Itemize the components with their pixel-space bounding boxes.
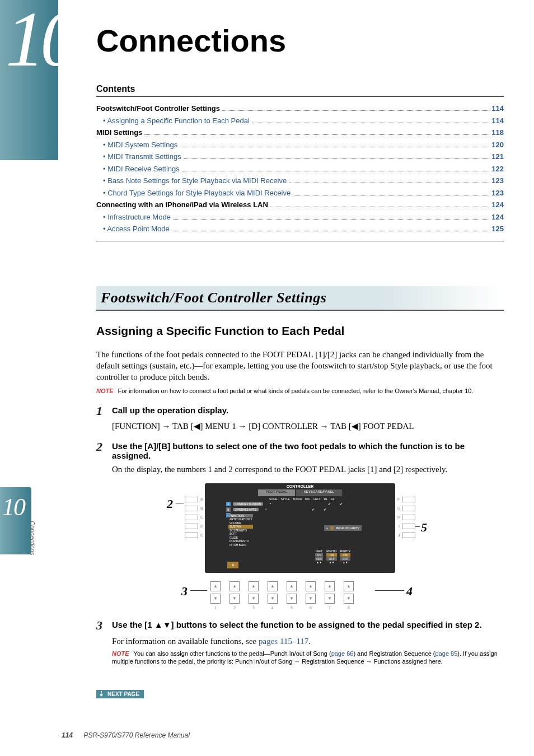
- note-label: NOTE: [112, 650, 129, 657]
- col-r1: R1: [324, 497, 327, 501]
- page-85-link[interactable]: page 85: [435, 650, 458, 657]
- toc-page: 114: [491, 115, 504, 127]
- ext-label-d: D: [200, 524, 203, 528]
- note-pre: You can also assign other functions to t…: [134, 650, 331, 657]
- toc-label: MIDI Settings: [96, 127, 142, 138]
- callout-3-line: [190, 590, 207, 591]
- ext-button-b: [185, 506, 198, 511]
- func-item: PITCH BEND: [228, 543, 253, 547]
- step-number: 3: [96, 619, 112, 632]
- ext-label-j: J: [398, 533, 400, 537]
- button-number: 6: [310, 606, 312, 610]
- column-labels: SONG STYLE M.PAD MIC LEFT R1 R2: [205, 496, 395, 501]
- pedal1-label: 1 PEDAL1:SUSTAIN: [233, 502, 263, 506]
- page-66-link[interactable]: page 66: [331, 650, 354, 657]
- toc-page: 123: [491, 188, 504, 199]
- toc-page: 124: [491, 212, 504, 223]
- diagram-wrapper: A B C D E F G H I J CONTROLLER FOOT PEDA: [96, 483, 504, 610]
- ext-button-f: [402, 497, 415, 502]
- chevron-down-icon: ⇣: [99, 692, 104, 696]
- ext-label-b: B: [200, 506, 203, 510]
- subsection-title: Assigning a Specific Function to Each Pe…: [96, 324, 504, 338]
- toc-label: • Bass Note Settings for Style Playback …: [103, 175, 287, 186]
- down-button: ▼: [268, 594, 278, 604]
- button-column: ▲▼4: [268, 581, 278, 610]
- toc-row[interactable]: Footswitch/Foot Controller Settings114: [96, 102, 504, 115]
- toc-row[interactable]: • Access Point Mode125: [96, 223, 504, 235]
- step-2-sub: On the display, the numbers 1 and 2 corr…: [96, 465, 504, 474]
- chapter-number: 10: [6, 0, 75, 78]
- orange-arrow-strip: ⇅: [227, 562, 238, 568]
- toc-dots: [289, 183, 489, 183]
- toc-row[interactable]: • MIDI System Settings120: [96, 139, 504, 151]
- col-r2: R2: [331, 497, 334, 501]
- chapter-title: Connections: [96, 22, 286, 59]
- page-footer: 114 PSR-S970/S770 Reference Manual: [62, 731, 190, 739]
- side-tab-text: Connections: [29, 521, 36, 555]
- col-song: SONG: [269, 497, 278, 501]
- toc-dots: [173, 219, 489, 220]
- ext-button-j: [402, 533, 415, 538]
- next-page-tag: ⇣ NEXT PAGE: [96, 688, 504, 698]
- callout-5-line: [415, 526, 420, 527]
- toc-row[interactable]: • MIDI Transmit Settings121: [96, 151, 504, 163]
- callout-2-line: [176, 503, 184, 503]
- down-button: ▼: [249, 594, 259, 604]
- down-button: ▼: [306, 594, 316, 604]
- on-label: ON: [340, 553, 350, 557]
- intro-paragraph: The functions of the foot pedals connect…: [96, 349, 504, 383]
- func-item: ARTICULATION 2: [228, 517, 253, 521]
- toc-row[interactable]: • Chord Type Settings for Style Playback…: [96, 187, 504, 199]
- ext-label-a: A: [200, 497, 203, 501]
- toc-page: 121: [491, 151, 504, 162]
- tab-keyboard-panel: KEYBOARD/PANEL: [296, 489, 342, 496]
- button-column: ▲▼8: [344, 581, 354, 610]
- step-3-sub-post: .: [308, 637, 311, 646]
- step-3: 3 Use the [1 ▲▼] buttons to select the f…: [96, 619, 504, 632]
- controller-diagram: A B C D E F G H I J CONTROLLER FOOT PEDA: [182, 483, 418, 610]
- footer-ref: PSR-S970/S770 Reference Manual: [83, 731, 189, 739]
- down-button: ▼: [287, 594, 297, 604]
- ext-label-g: G: [397, 506, 400, 510]
- button-column: ▲▼2: [229, 581, 240, 610]
- toc-row[interactable]: MIDI Settings118: [96, 127, 504, 139]
- ext-button-g: [402, 506, 415, 511]
- kb-b: B: [226, 507, 231, 512]
- toc-dots: [180, 147, 489, 147]
- button-number: 4: [271, 606, 274, 610]
- step-3-note: NOTEYou can also assign other functions …: [96, 650, 504, 666]
- button-number: 7: [329, 606, 331, 610]
- next-page-box[interactable]: ⇣ NEXT PAGE: [96, 690, 144, 698]
- toc-row[interactable]: • MIDI Receive Settings122: [96, 163, 504, 175]
- up-button: ▲: [287, 581, 297, 591]
- callout-3: 3: [181, 584, 188, 599]
- button-column: ▲▼6: [306, 581, 316, 610]
- up-button: ▲: [268, 581, 278, 591]
- note-mid: ) and Registration Sequence (: [353, 650, 435, 657]
- button-column: ▲▼7: [325, 581, 335, 610]
- toc-row[interactable]: • Assigning a Specific Function to Each …: [96, 115, 504, 127]
- ext-label-f: F: [397, 497, 400, 501]
- page-number: 114: [62, 731, 73, 739]
- ext-label-c: C: [200, 515, 203, 519]
- toc-dots: [184, 158, 490, 159]
- step-2: 2 Use the [A]/[B] buttons to select one …: [96, 440, 504, 460]
- toc-label: • Assigning a Specific Function to Each …: [103, 115, 250, 127]
- up-button: ▲: [306, 581, 316, 591]
- toc-label: • MIDI Transmit Settings: [103, 151, 181, 162]
- toc-row[interactable]: • Infrastructure Mode124: [96, 211, 504, 223]
- button-column: ▲▼3: [249, 581, 259, 610]
- pedal-polarity: +PEDAL POLARITY: [324, 525, 362, 531]
- pedal2-label: 2 PEDAL2:ART.1: [233, 508, 259, 511]
- toc-row[interactable]: Connecting with an iPhone/iPad via Wirel…: [96, 199, 504, 211]
- callout-4-line: [375, 590, 404, 591]
- panel-header: CONTROLLER: [205, 483, 395, 489]
- lrr-r1: RIGHT1: [326, 549, 336, 553]
- pages-link[interactable]: pages 115–117: [259, 637, 308, 646]
- up-button: ▲: [325, 581, 335, 591]
- toc-label: • Access Point Mode: [103, 223, 170, 235]
- callout-5: 5: [421, 520, 427, 535]
- kb-a: A: [226, 502, 231, 506]
- step-1-title: Call up the operation display.: [112, 404, 504, 418]
- toc-row[interactable]: • Bass Note Settings for Style Playback …: [96, 175, 504, 187]
